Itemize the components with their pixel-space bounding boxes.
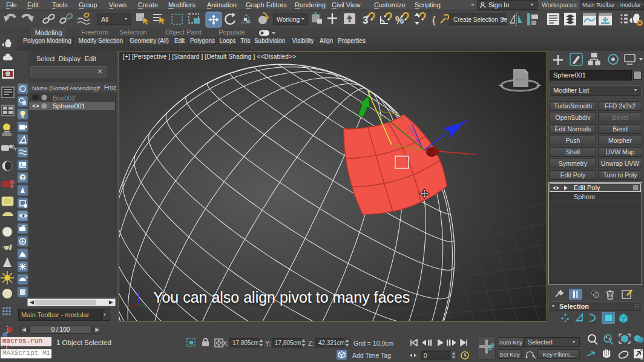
svg-text:z: z (134, 286, 137, 291)
svg-text:?: ? (21, 175, 24, 181)
svg-text:W: W (501, 85, 504, 88)
svg-text:{: { (432, 15, 436, 26)
svg-text:Working: Working (277, 16, 300, 23)
svg-text:RIGHT: RIGHT (516, 77, 525, 81)
svg-text:E: E (536, 85, 539, 88)
svg-text:0: 0 (424, 352, 427, 359)
svg-text:All: All (101, 16, 108, 23)
svg-text:Create Selection Se: Create Selection Se (453, 16, 507, 23)
